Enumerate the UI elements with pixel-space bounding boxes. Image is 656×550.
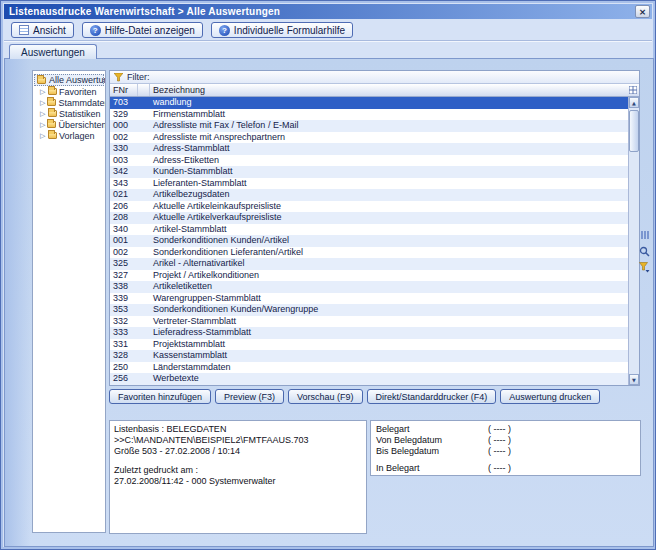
column-header-fnr[interactable]: FNr <box>110 84 138 96</box>
scrollbar-thumb[interactable] <box>629 110 639 152</box>
row-icon-cell <box>138 132 150 144</box>
filter-menu-button[interactable] <box>639 261 651 273</box>
row-icon-cell <box>138 109 150 121</box>
row-bezeichnung: Sonderkonditionen Lieferanten/Artikel <box>150 247 628 259</box>
column-header-bezeichnung[interactable]: Bezeichnung <box>150 84 626 96</box>
tree-item-label: Statistiken <box>59 109 101 119</box>
row-icon-cell <box>138 212 150 224</box>
table-row[interactable]: 329Firmenstammblatt <box>110 109 628 121</box>
row-bezeichnung: Sonderkonditionen Kunden/Artikel <box>150 235 628 247</box>
table-row[interactable]: 021Artikelbezugsdaten <box>110 189 628 201</box>
scroll-up-button[interactable]: ▲ <box>629 97 639 108</box>
table-row[interactable]: 340Artikel-Stammblatt <box>110 224 628 236</box>
app-window: Listenausdrucke Warenwirtschaft > Alle A… <box>0 0 656 550</box>
tree-item-vorlagen[interactable]: ▷Vorlagen <box>34 130 104 141</box>
row-fnr: 342 <box>110 166 138 178</box>
search-button[interactable] <box>639 245 651 257</box>
grid-body: 703wandlung329Firmenstammblatt000Adressl… <box>110 97 628 385</box>
table-row[interactable]: 333Lieferadress-Stammblatt <box>110 327 628 339</box>
table-row[interactable]: 332Vertreter-Stammblatt <box>110 316 628 328</box>
expand-icon[interactable]: ▷ <box>40 99 45 107</box>
toolbar: Ansicht ? Hilfe-Datei anzeigen ? Individ… <box>4 21 652 39</box>
beleg-label: In Belegart <box>376 463 488 474</box>
row-icon-cell <box>138 362 150 374</box>
table-row[interactable]: 327Projekt / Artikelkonditionen <box>110 270 628 282</box>
expand-icon[interactable]: ▷ <box>40 110 46 118</box>
row-bezeichnung: Kassenstammblatt <box>150 350 628 362</box>
table-row[interactable]: 001Sonderkonditionen Kunden/Artikel <box>110 235 628 247</box>
ansicht-button[interactable]: Ansicht <box>11 22 74 38</box>
table-row[interactable]: 328Kassenstammblatt <box>110 350 628 362</box>
row-fnr: 002 <box>110 247 138 259</box>
row-bezeichnung: Länderstammdaten <box>150 362 628 374</box>
row-bezeichnung: Kunden-Stammblatt <box>150 166 628 178</box>
columns-button[interactable] <box>639 229 651 241</box>
table-row[interactable]: 250Länderstammdaten <box>110 362 628 374</box>
table-row[interactable]: 002Sonderkonditionen Lieferanten/Artikel <box>110 247 628 259</box>
table-row[interactable]: 256Werbetexte <box>110 373 628 385</box>
row-icon-cell <box>138 258 150 270</box>
column-header-icon[interactable] <box>138 84 150 96</box>
preview-button[interactable]: Preview (F3) <box>215 389 284 404</box>
beleg-field: In Belegart( ---- ) <box>376 463 635 474</box>
tree-item-stammdaten[interactable]: ▷Stammdaten <box>34 97 104 108</box>
table-row[interactable]: 000Adressliste mit Fax / Telefon / E-Mai… <box>110 120 628 132</box>
close-button[interactable]: × <box>635 5 650 18</box>
table-row[interactable]: 208Aktuelle Artikelverkaufspreisliste <box>110 212 628 224</box>
titlebar: Listenausdrucke Warenwirtschaft > Alle A… <box>4 4 652 19</box>
row-bezeichnung: Adressliste mit Fax / Telefon / E-Mail <box>150 120 628 132</box>
tree-item-übersichten[interactable]: ▷Übersichten <box>34 119 104 130</box>
scroll-down-button[interactable]: ▼ <box>629 374 639 385</box>
row-bezeichnung: Projekt / Artikelkonditionen <box>150 270 628 282</box>
table-row[interactable]: 330Adress-Stammblatt <box>110 143 628 155</box>
row-fnr: 250 <box>110 362 138 374</box>
table-row[interactable]: 338Artikeletiketten <box>110 281 628 293</box>
table-row[interactable]: 206Aktuelle Artikeleinkaufspreisliste <box>110 201 628 213</box>
row-bezeichnung: Artikeletiketten <box>150 281 628 293</box>
row-bezeichnung: Artikel-Stammblatt <box>150 224 628 236</box>
row-fnr: 001 <box>110 235 138 247</box>
row-icon-cell <box>138 120 150 132</box>
table-row[interactable]: 353Sonderkonditionen Kunden/Warengruppe <box>110 304 628 316</box>
tree-root-alle-auswertungen[interactable]: Alle Auswertungen <box>34 74 104 86</box>
tab-auswertungen[interactable]: Auswertungen <box>9 44 97 59</box>
row-bezeichnung: Aktuelle Artikelverkaufspreisliste <box>150 212 628 224</box>
table-row[interactable]: 331Projektstammblatt <box>110 339 628 351</box>
expand-icon[interactable]: ▷ <box>40 121 45 129</box>
row-bezeichnung: Firmenstammblatt <box>150 109 628 121</box>
hilfe-datei-button[interactable]: ? Hilfe-Datei anzeigen <box>82 22 203 38</box>
folder-icon <box>47 121 56 128</box>
table-row[interactable]: 342Kunden-Stammblatt <box>110 166 628 178</box>
view-icon <box>19 25 29 35</box>
tree-item-favoriten[interactable]: ▷Favoriten <box>34 86 104 97</box>
table-row[interactable]: 003Adress-Etiketten <box>110 155 628 167</box>
last-printed-label: Zuletzt gedruckt am : <box>114 465 362 476</box>
direkt-standarddrucker-button[interactable]: Direkt/Standarddrucker (F4) <box>367 389 497 404</box>
auswertung-drucken-button[interactable]: Auswertung drucken <box>500 389 600 404</box>
tree-item-label: Vorlagen <box>59 131 95 141</box>
table-row[interactable]: 325Arikel - Alternativartikel <box>110 258 628 270</box>
vorschau-button[interactable]: Vorschau (F9) <box>288 389 363 404</box>
row-icon-cell <box>138 166 150 178</box>
row-fnr: 339 <box>110 293 138 305</box>
table-row[interactable]: 343Lieferanten-Stammblatt <box>110 178 628 190</box>
formularhilfe-button[interactable]: ? Individuelle Formularhilfe <box>211 22 353 38</box>
expand-icon[interactable]: ▷ <box>40 88 46 96</box>
row-icon-cell <box>138 224 150 236</box>
tree-panel: Alle Auswertungen ▷Favoriten▷Stammdaten▷… <box>32 70 106 533</box>
column-options-button[interactable] <box>626 84 639 96</box>
filter-bar[interactable]: Filter: <box>110 71 639 84</box>
tree-item-statistiken[interactable]: ▷Statistiken <box>34 108 104 119</box>
row-fnr: 703 <box>110 97 138 109</box>
table-row[interactable]: 703wandlung <box>110 97 628 109</box>
table-row[interactable]: 339Warengruppen-Stammblatt <box>110 293 628 305</box>
expand-icon[interactable]: ▷ <box>40 132 46 140</box>
row-fnr: 021 <box>110 189 138 201</box>
belegart-panel: Belegart( ---- )Von Belegdatum( ---- )Bi… <box>370 420 641 476</box>
table-row[interactable]: 002Adressliste mit Ansprechpartnern <box>110 132 628 144</box>
favoriten-hinzufuegen-button[interactable]: Favoriten hinzufügen <box>109 389 211 404</box>
listenbasis-line: Listenbasis : BELEGDATEN <box>114 424 362 435</box>
beleg-value: ( ---- ) <box>488 424 511 435</box>
beleg-value: ( ---- ) <box>488 446 511 457</box>
beleg-label: Von Belegdatum <box>376 435 488 446</box>
